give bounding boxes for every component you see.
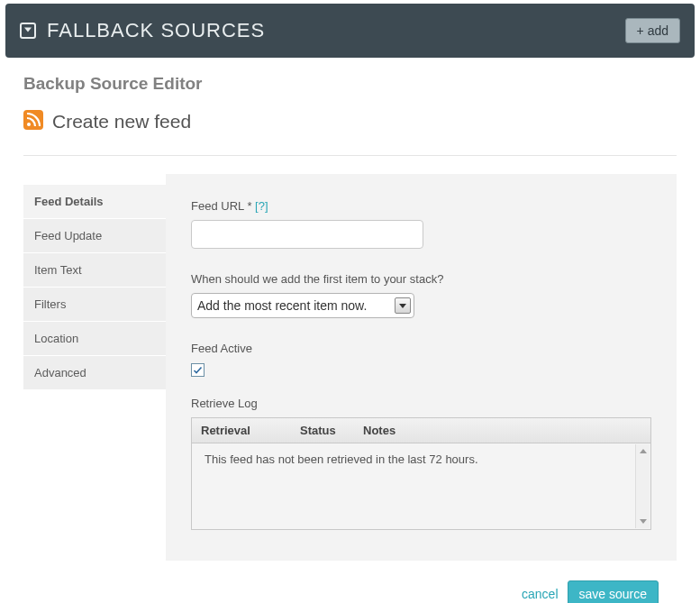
- log-empty-message: This feed has not been retrieved in the …: [205, 452, 478, 466]
- tabs-list: Feed Details Feed Update Item Text Filte…: [23, 185, 166, 561]
- first-item-label: When should we add the first item to you…: [191, 272, 651, 286]
- feed-url-help-link[interactable]: [?]: [255, 199, 268, 213]
- feed-active-label: Feed Active: [191, 342, 651, 355]
- log-col-notes: Notes: [363, 424, 641, 437]
- log-col-retrieval: Retrieval: [201, 424, 300, 437]
- feed-url-label: Feed URL * [?]: [191, 199, 651, 213]
- rss-icon: [23, 110, 43, 133]
- save-source-button[interactable]: save source: [568, 580, 659, 603]
- retrieve-log-table: Retrieval Status Notes This feed has not…: [191, 417, 651, 530]
- tab-location[interactable]: Location: [23, 322, 166, 356]
- scroll-down-icon[interactable]: [636, 515, 650, 528]
- feed-active-checkbox[interactable]: [191, 363, 205, 377]
- check-icon: [193, 365, 203, 375]
- svg-point-1: [27, 123, 31, 126]
- log-scrollbar[interactable]: [635, 444, 650, 528]
- cancel-button[interactable]: cancel: [522, 587, 558, 601]
- form-panel: Feed URL * [?] When should we add the fi…: [166, 174, 677, 561]
- dropdown-box-icon: [20, 23, 36, 39]
- tab-feed-details[interactable]: Feed Details: [23, 185, 166, 219]
- tab-filters[interactable]: Filters: [23, 288, 166, 322]
- header-bar: FALLBACK SOURCES + add: [5, 4, 695, 58]
- tab-advanced[interactable]: Advanced: [23, 356, 166, 390]
- tab-item-text[interactable]: Item Text: [23, 253, 166, 288]
- header-title: FALLBACK SOURCES: [47, 19, 265, 42]
- first-item-select[interactable]: Add the most recent item now.: [191, 293, 414, 318]
- first-item-selected-value: Add the most recent item now.: [197, 298, 395, 313]
- feed-url-input[interactable]: [191, 220, 423, 249]
- scroll-up-icon[interactable]: [636, 444, 650, 458]
- tab-feed-update[interactable]: Feed Update: [23, 219, 166, 253]
- editor-subtitle: Create new feed: [52, 111, 191, 132]
- retrieve-log-label: Retrieve Log: [191, 397, 651, 410]
- add-button[interactable]: + add: [625, 18, 680, 43]
- editor-title: Backup Source Editor: [23, 74, 677, 94]
- log-col-status: Status: [300, 424, 363, 437]
- chevron-down-icon: [395, 297, 411, 314]
- divider: [23, 155, 677, 156]
